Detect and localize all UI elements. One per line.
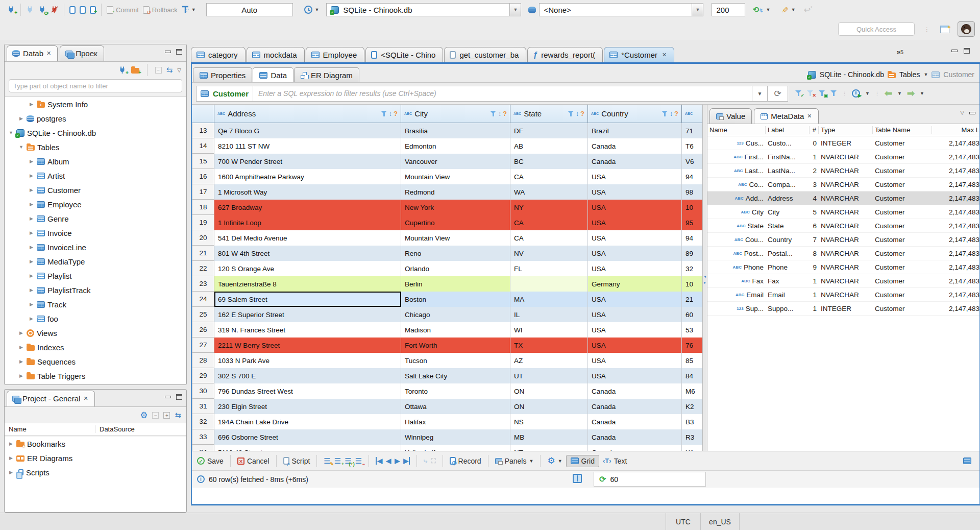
tree-item[interactable]: ▶ Employee <box>5 197 186 211</box>
meta-col-max[interactable]: Max L <box>932 126 979 134</box>
cell-postalcode-clipped[interactable]: 10 <box>682 276 702 292</box>
new-connection-button[interactable]: + <box>5 4 17 15</box>
panels-button[interactable]: Panels▼ <box>495 457 534 465</box>
tree-item[interactable]: ▼ SQLite - Chinook.db <box>5 126 186 140</box>
cell-address[interactable]: 796 Dundas Street West <box>214 383 401 399</box>
cell-postalcode-clipped[interactable]: T6 <box>682 138 702 154</box>
auto-refresh-timer-icon[interactable]: ▶ <box>852 89 860 98</box>
cell-address[interactable]: 69 Salem Street <box>214 292 401 307</box>
cell-country[interactable]: Canada <box>588 399 682 414</box>
cell-address[interactable]: 801 W 4th Street <box>214 246 401 261</box>
commit-mode-combo[interactable]: Auto <box>206 3 293 16</box>
row-number-cell[interactable]: 15 <box>192 154 214 169</box>
cell-postalcode-clipped[interactable]: 85 <box>682 353 702 368</box>
grid-settings-icon[interactable] <box>963 457 971 464</box>
cell-postalcode-clipped[interactable]: V6 <box>682 154 702 169</box>
gear-icon[interactable]: ⚙ <box>140 410 148 421</box>
last-row-icon[interactable]: ▶ <box>403 457 410 465</box>
row-number-cell[interactable]: 31 <box>192 399 214 414</box>
row-number-cell[interactable]: 13 <box>192 123 214 138</box>
expander-icon[interactable]: ▶ <box>8 455 14 461</box>
text-mode-button[interactable]: ‹T›Text <box>603 457 627 465</box>
new-sql-editor-button[interactable] <box>67 5 78 15</box>
cell-city[interactable]: Toronto <box>401 383 510 399</box>
go-to-row-icon[interactable]: ⤷ <box>424 457 427 465</box>
editor-tab[interactable]: get_customer_ba <box>444 47 526 62</box>
link-with-editor-icon[interactable]: ⇆ <box>175 411 181 420</box>
row-number-cell[interactable]: 18 <box>192 200 214 215</box>
filter-icon[interactable] <box>662 111 668 117</box>
cancel-button[interactable]: ✕Cancel <box>237 457 270 465</box>
tree-item[interactable]: ▶ Views <box>5 326 186 340</box>
reconnect-button[interactable]: ⟳ <box>36 4 48 15</box>
fetch-size-input[interactable]: 200 <box>712 3 745 16</box>
row-number-cell[interactable]: 21 <box>192 246 214 261</box>
object-filter-input[interactable] <box>9 79 182 92</box>
cell-state[interactable]: DF <box>510 123 588 138</box>
cell-city[interactable]: Redmond <box>401 184 510 200</box>
cell-postalcode-clipped[interactable]: 60 <box>682 307 702 322</box>
cell-state[interactable]: IL <box>510 307 588 322</box>
cell-postalcode-clipped[interactable]: 32 <box>682 261 702 276</box>
expander-icon[interactable]: ▶ <box>29 187 34 192</box>
cell-city[interactable]: New York <box>401 200 510 215</box>
cell-city[interactable]: Madison <box>401 322 510 338</box>
metadata-row[interactable]: ABC Cou... Country 7 NVARCHAR Customer 2… <box>707 233 979 247</box>
filter-icon[interactable] <box>490 111 497 117</box>
cell-city[interactable]: Boston <box>401 292 510 307</box>
metadata-row[interactable]: ABC Fax Fax 1 NVARCHAR Customer 2,147,48… <box>707 274 979 288</box>
cell-state[interactable]: ON <box>510 383 588 399</box>
cell-city[interactable]: Cupertino <box>401 215 510 230</box>
chevron-down-icon[interactable]: ▼ <box>920 91 924 96</box>
cell-country[interactable]: Canada <box>588 154 682 169</box>
cell-postalcode-clipped[interactable]: 10 <box>682 200 702 215</box>
cell-country[interactable]: Canada <box>588 414 682 429</box>
first-row-icon[interactable]: ◀ <box>376 457 382 465</box>
cell-postalcode-clipped[interactable]: B3 <box>682 414 702 429</box>
cell-postalcode-clipped[interactable]: 95 <box>682 215 702 230</box>
cell-state[interactable]: FL <box>510 261 588 276</box>
calc-panel-icon[interactable] <box>573 474 582 483</box>
config-button[interactable]: ⚙▼ <box>547 455 562 466</box>
cell-city[interactable]: Mountain View <box>401 169 510 184</box>
cell-address[interactable]: 541 Del Medio Avenue <box>214 230 401 246</box>
tree-item[interactable]: ▶ PlaylistTrack <box>5 283 186 297</box>
cell-address[interactable]: 302 S 700 E <box>214 368 401 383</box>
cell-country[interactable]: Brazil <box>588 123 682 138</box>
cell-state[interactable]: MB <box>510 429 588 445</box>
tree-item[interactable]: ▶ Data Types <box>5 383 186 384</box>
column-header-postalcode-clipped[interactable]: ABC <box>682 105 702 123</box>
cell-state[interactable] <box>510 276 588 292</box>
disconnect-button[interactable] <box>48 4 61 15</box>
cell-address[interactable]: 1 Microsoft Way <box>214 184 401 200</box>
editor-tab[interactable]: ƒ rewards_report( <box>527 47 603 62</box>
row-number-cell[interactable]: 27 <box>192 338 214 353</box>
tree-item[interactable]: ▶ Genre <box>5 211 186 226</box>
cell-address[interactable]: 194A Chain Lake Drive <box>214 414 401 429</box>
metadata-row[interactable]: ABC Co... Compa... 3 NVARCHAR Customer 2… <box>707 178 979 191</box>
cell-state[interactable]: AB <box>510 138 588 154</box>
cell-postalcode-clipped[interactable]: R3 <box>682 429 702 445</box>
auto-fetch-box[interactable]: ⟳ 60 <box>594 472 706 487</box>
cell-address[interactable]: 1033 N Park Ave <box>214 353 401 368</box>
cell-city[interactable]: Brasília <box>401 123 510 138</box>
tree-item[interactable]: ▶ Playlist <box>5 269 186 283</box>
cell-country[interactable]: USA <box>588 353 682 368</box>
meta-col-label[interactable]: Label <box>766 126 810 134</box>
cell-country[interactable]: Germany <box>588 276 682 292</box>
expander-icon[interactable]: ▶ <box>29 273 34 278</box>
corner-cell[interactable] <box>192 105 214 123</box>
cell-country[interactable]: USA <box>588 184 682 200</box>
rollback-button[interactable]: ↺ Rollback <box>141 5 180 15</box>
cell-country[interactable]: USA <box>588 338 682 353</box>
column-header-city[interactable]: ABC City ↕? <box>401 105 510 123</box>
expander-icon[interactable]: ▶ <box>18 116 24 121</box>
view-menu-icon[interactable]: ▽ <box>960 110 964 115</box>
datasource-combo-arrow[interactable]: ▼ <box>510 3 521 16</box>
expander-icon[interactable]: ▶ <box>29 259 34 264</box>
minimize-icon[interactable] <box>165 49 171 54</box>
tab-value[interactable]: Value <box>709 108 752 124</box>
row-number-cell[interactable]: 29 <box>192 368 214 383</box>
expander-icon[interactable]: ▶ <box>29 202 34 207</box>
expander-icon[interactable]: ▶ <box>18 345 24 350</box>
